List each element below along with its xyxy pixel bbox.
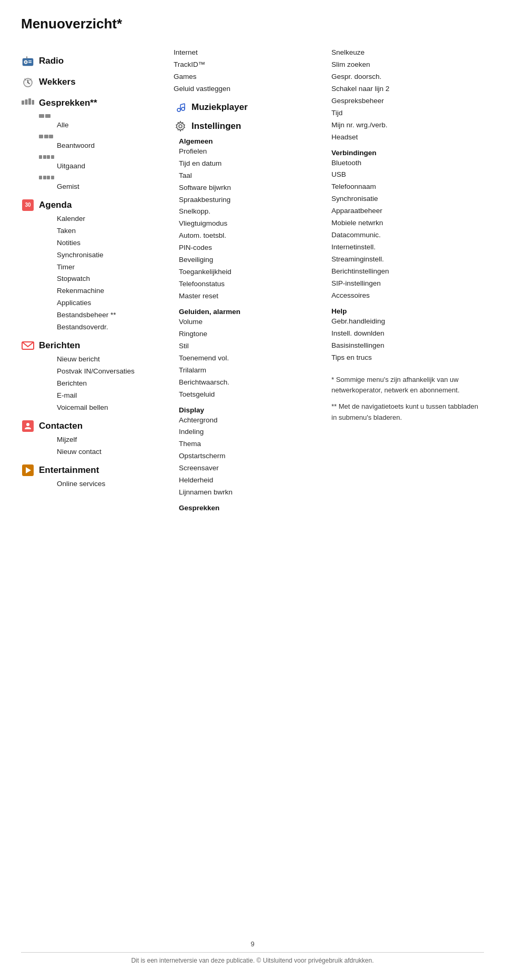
agenda-synchronisatie: Synchronisatie bbox=[39, 249, 158, 261]
inst-berichtwaarsch: Berichtwaarsch. bbox=[179, 377, 321, 389]
agenda-applicaties: Applicaties bbox=[39, 297, 158, 309]
agenda-stopwatch: Stopwatch bbox=[39, 273, 158, 285]
svg-point-2 bbox=[25, 62, 27, 63]
section-entertainment: Entertainment bbox=[21, 463, 158, 477]
note-1: * Sommige menu's zijn afhankelijk van uw… bbox=[331, 375, 484, 397]
page-number: 9 bbox=[0, 940, 505, 948]
verb-sip: SIP-instellingen bbox=[331, 278, 484, 290]
subsec-geluiden: Geluiden, alarmen bbox=[179, 308, 321, 316]
svg-rect-14 bbox=[32, 100, 35, 105]
section-radio: Radio bbox=[21, 54, 158, 68]
help-tips: Tips en trucs bbox=[331, 352, 484, 364]
gesprekken-gemist: Gemist bbox=[39, 181, 158, 193]
section-agenda: 30 Agenda bbox=[21, 198, 158, 212]
subsec-algemeen: Algemeen bbox=[179, 137, 321, 145]
berichten-postvak: Postvak IN/Conversaties bbox=[39, 366, 158, 378]
svg-point-16 bbox=[26, 423, 29, 426]
muziekplayer-icon bbox=[174, 100, 187, 114]
inst-snelkopp: Snelkopp. bbox=[179, 206, 321, 218]
svg-rect-13 bbox=[28, 98, 31, 105]
inst-screensaver: Screensaver bbox=[179, 462, 321, 474]
inst-helderheid: Helderheid bbox=[179, 474, 321, 487]
verb-telefoonnaam: Telefoonnaam bbox=[331, 181, 484, 193]
contacten-nieuw: Nieuw contact bbox=[39, 446, 158, 458]
column-1: Radio Wekkers bbox=[21, 47, 168, 490]
wekkers-icon bbox=[21, 75, 35, 89]
gesprekken-beantwoord: Beantwoord bbox=[39, 140, 158, 152]
gesprekken-alle: Alle bbox=[39, 119, 158, 132]
muziekplayer-title: Muziekplayer bbox=[191, 102, 248, 113]
section-contacten: Contacten bbox=[21, 419, 158, 433]
verb-synchronisatie: Synchronisatie bbox=[331, 193, 484, 205]
subsec-gesprekken: Gesprekken bbox=[179, 504, 321, 512]
svg-rect-11 bbox=[22, 100, 24, 105]
inst-beveiliging: Beveiliging bbox=[179, 254, 321, 266]
col2-internet: Internet bbox=[174, 47, 321, 59]
inst-opstart: Opstartscherm bbox=[179, 450, 321, 462]
inst-trilalarm: Trilalarm bbox=[179, 365, 321, 377]
subsec-verbindingen: Verbindingen bbox=[331, 149, 484, 157]
subsec-help: Help bbox=[331, 307, 484, 315]
agenda-notities: Notities bbox=[39, 237, 158, 249]
svg-point-19 bbox=[181, 107, 185, 110]
berichten-nieuw: Nieuw bericht bbox=[39, 353, 158, 366]
col3-gespreksbeheer: Gespreksbeheer bbox=[331, 95, 484, 107]
verb-internetinstell: Internetinstell. bbox=[331, 241, 484, 254]
col2-games: Games bbox=[174, 71, 321, 83]
svg-rect-12 bbox=[25, 99, 28, 105]
instellingen-icon bbox=[174, 119, 187, 133]
inst-vlieg: Vliegtuigmodus bbox=[179, 218, 321, 230]
verb-apparaatbeheer: Apparaatbeheer bbox=[331, 205, 484, 217]
inst-profielen: Profielen bbox=[179, 146, 321, 158]
inst-lijnnamen: Lijnnamen bwrkn bbox=[179, 487, 321, 499]
agenda-taken: Taken bbox=[39, 225, 158, 237]
entertainment-title: Entertainment bbox=[39, 465, 99, 476]
verb-accessoires: Accessoires bbox=[331, 290, 484, 302]
verb-bluetooth: Bluetooth bbox=[331, 157, 484, 169]
inst-software: Software bijwrkn bbox=[179, 182, 321, 194]
verb-usb: USB bbox=[331, 169, 484, 181]
inst-toegankelijkheid: Toegankelijkheid bbox=[179, 266, 321, 278]
radio-title: Radio bbox=[39, 56, 64, 66]
contacten-mijzelf: Mijzelf bbox=[39, 434, 158, 446]
inst-volume: Volume bbox=[179, 316, 321, 328]
contacten-title: Contacten bbox=[39, 421, 83, 431]
calendar-icon: 30 bbox=[22, 199, 34, 211]
col3-mijn-nr: Mijn nr. wrg./verb. bbox=[331, 119, 484, 132]
svg-rect-3 bbox=[28, 60, 32, 62]
section-wekkers: Wekkers bbox=[21, 75, 158, 89]
svg-line-21 bbox=[180, 104, 185, 105]
verb-datacommunic: Datacommunic. bbox=[331, 229, 484, 241]
gesprekken-uitgaand: Uitgaand bbox=[39, 160, 158, 173]
section-instellingen: Instellingen bbox=[174, 119, 321, 133]
instellingen-title: Instellingen bbox=[191, 121, 241, 132]
subsec-display: Display bbox=[179, 406, 321, 414]
agenda-bestandsoverdr: Bestandsoverdr. bbox=[39, 321, 158, 334]
wekkers-title: Wekkers bbox=[39, 77, 76, 87]
svg-marker-17 bbox=[26, 467, 31, 473]
inst-taal: Taal bbox=[179, 170, 321, 182]
berichten-icon bbox=[21, 339, 35, 352]
help-downlden: Instell. downlden bbox=[331, 328, 484, 340]
footer: 9 Dit is een internetversie van deze pub… bbox=[0, 940, 505, 964]
berichten-voicemail: Voicemail bellen bbox=[39, 402, 158, 414]
section-gesprekken: Gesprekken** bbox=[21, 96, 158, 110]
note-2: ** Met de navigatietoets kunt u tussen t… bbox=[331, 401, 484, 423]
col3-gespr: Gespr. doorsch. bbox=[331, 71, 484, 83]
gesprekken-title: Gesprekken** bbox=[39, 98, 97, 108]
agenda-kalender: Kalender bbox=[39, 213, 158, 225]
inst-autom: Autom. toetsbl. bbox=[179, 230, 321, 242]
entertainment-icon-box bbox=[22, 464, 34, 476]
entertainment-online: Online services bbox=[39, 478, 158, 490]
berichten-email: E-mail bbox=[39, 390, 158, 402]
inst-pin: PIN-codes bbox=[179, 242, 321, 254]
radio-icon bbox=[21, 54, 35, 68]
column-3: Snelkeuze Slim zoeken Gespr. doorsch. Sc… bbox=[331, 47, 484, 423]
verb-berichtinstellingen: Berichtinstellingen bbox=[331, 266, 484, 278]
gesprekken-icon bbox=[21, 96, 35, 110]
inst-telefoonstatus: Telefoonstatus bbox=[179, 278, 321, 290]
agenda-bestandsbeheer: Bestandsbeheer ** bbox=[39, 309, 158, 321]
footer-text: Dit is een internetversie van deze publi… bbox=[21, 952, 484, 964]
col3-snelkeuze: Snelkeuze bbox=[331, 47, 484, 59]
inst-toenemend: Toenemend vol. bbox=[179, 352, 321, 365]
